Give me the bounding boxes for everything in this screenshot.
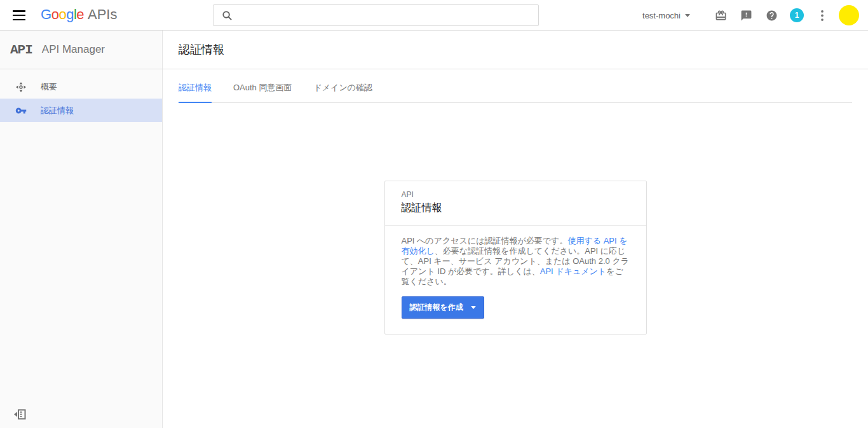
product-name: API Manager (42, 43, 105, 56)
sidebar-item-label: 概要 (41, 81, 57, 93)
dropdown-caret-icon (471, 306, 476, 309)
free-trial-gift-button[interactable] (708, 0, 733, 31)
project-name: test-mochi (642, 11, 681, 20)
collapse-sidebar-button[interactable] (14, 409, 26, 422)
tab-credentials[interactable]: 認証情報 (179, 82, 212, 103)
main-content: 認証情報 認証情報 OAuth 同意画面 ドメインの確認 API 認証情報 AP… (163, 31, 868, 428)
google-apis-logo[interactable]: Google APIs (41, 6, 117, 23)
help-icon (766, 10, 778, 22)
tab-domain-verification[interactable]: ドメインの確認 (313, 82, 372, 102)
topbar: Google APIs test-mochi (0, 0, 868, 31)
search-box[interactable] (213, 4, 539, 26)
tab-oauth-consent[interactable]: OAuth 同意画面 (233, 82, 292, 102)
card-description: API へのアクセスには認証情報が必要です。使用する API を有効化し、必要な… (402, 236, 630, 287)
credentials-card: API 認証情報 API へのアクセスには認証情報が必要です。使用する API … (384, 181, 647, 335)
more-options-button[interactable] (810, 0, 835, 31)
gift-icon (715, 10, 727, 22)
product-header: API API Manager (0, 31, 162, 69)
card-body: API へのアクセスには認証情報が必要です。使用する API を有効化し、必要な… (385, 226, 646, 334)
page-title: 認証情報 (179, 42, 224, 57)
logo-letter: o (51, 6, 59, 23)
create-credentials-button[interactable]: 認証情報を作成 (402, 296, 484, 319)
sidebar-item-overview[interactable]: 概要 (0, 75, 162, 99)
search-icon (222, 10, 233, 21)
logo-letter: o (58, 6, 66, 23)
card-kicker: API (402, 190, 630, 199)
notifications-button[interactable]: 1 (784, 0, 810, 31)
logo-letter: G (41, 6, 51, 23)
key-icon (15, 105, 27, 116)
feedback-button[interactable] (733, 0, 759, 31)
api-docs-link[interactable]: API ドキュメント (540, 266, 606, 276)
chevron-down-icon (685, 14, 690, 17)
search-input[interactable] (239, 5, 538, 25)
menu-icon[interactable] (13, 10, 25, 20)
sidebar-nav: 概要 認証情報 (0, 69, 162, 122)
collapse-sidebar-icon (14, 409, 26, 420)
page-header: 認証情報 (163, 31, 868, 69)
card-title: 認証情報 (402, 202, 630, 215)
vertical-dots-icon (821, 10, 824, 21)
help-button[interactable] (759, 0, 784, 31)
notification-badge: 1 (790, 8, 804, 22)
create-credentials-label: 認証情報を作成 (410, 302, 463, 313)
card-header: API 認証情報 (385, 181, 646, 226)
avatar[interactable] (839, 5, 859, 25)
feedback-icon (740, 10, 752, 22)
description-text: API へのアクセスには認証情報が必要です。 (402, 236, 568, 245)
logo-suffix: APIs (88, 6, 117, 23)
sidebar: API API Manager 概要 (0, 31, 163, 428)
sidebar-item-credentials[interactable]: 認証情報 (0, 99, 162, 122)
api-logo: API (10, 43, 32, 57)
logo-letter: g (66, 6, 74, 23)
sidebar-item-label: 認証情報 (41, 105, 74, 116)
tab-bar: 認証情報 OAuth 同意画面 ドメインの確認 (179, 69, 852, 103)
overview-icon (15, 81, 27, 93)
project-switcher[interactable]: test-mochi (642, 11, 690, 20)
logo-letter: e (76, 6, 84, 23)
